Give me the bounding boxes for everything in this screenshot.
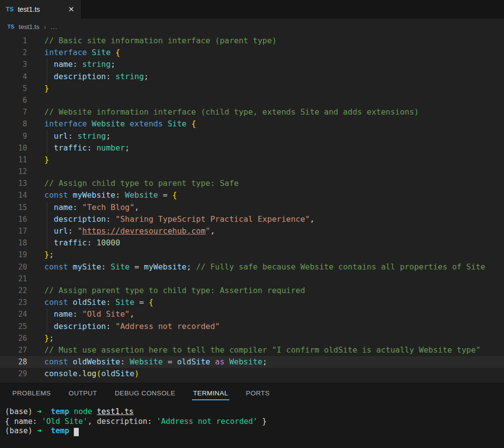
line-number[interactable]: 28 <box>0 356 27 368</box>
line-number[interactable]: 19 <box>0 249 27 261</box>
code-editor[interactable]: 1// Basic site information interface (pa… <box>0 34 504 383</box>
code-line-content[interactable]: traffic: number; <box>27 142 504 154</box>
code-line-20[interactable]: 20const mySite: Site = myWebsite; // Ful… <box>0 261 504 273</box>
code-line-content[interactable]: name: "Old Site", <box>27 308 504 320</box>
line-number[interactable]: 4 <box>0 71 27 83</box>
code-line-content[interactable]: const oldWebsite: Website = oldSite as W… <box>27 356 504 368</box>
code-line-16[interactable]: 16 description: "Sharing TypeScript Prac… <box>0 213 504 225</box>
code-line-content[interactable]: name: "Tech Blog", <box>27 202 504 213</box>
code-line-17[interactable]: 17 url: "https://devresourcehub.com", <box>0 225 504 237</box>
line-number[interactable]: 18 <box>0 237 27 249</box>
code-line-content[interactable]: const oldSite: Site = { <box>27 297 504 308</box>
code-line-content[interactable] <box>27 166 504 178</box>
code-line-21[interactable]: 21 <box>0 273 504 285</box>
code-line-content[interactable] <box>27 273 504 285</box>
code-line-23[interactable]: 23const oldSite: Site = { <box>0 297 504 308</box>
code-line-content[interactable]: const myWebsite: Website = { <box>27 189 504 201</box>
code-line-12[interactable]: 12 <box>0 166 504 178</box>
line-number[interactable]: 10 <box>0 142 27 154</box>
code-line-content[interactable]: // Assign parent type to child type: Ass… <box>27 285 504 297</box>
code-line-8[interactable]: 8interface Website extends Site { <box>0 118 504 130</box>
line-number[interactable]: 14 <box>0 189 27 201</box>
line-number[interactable]: 26 <box>0 332 27 344</box>
line-number[interactable]: 3 <box>0 59 27 70</box>
code-line-7[interactable]: 7// Website information interface (child… <box>0 106 504 118</box>
code-line-2[interactable]: 2interface Site { <box>0 47 504 59</box>
code-line-content[interactable]: url: "https://devresourcehub.com", <box>27 225 504 237</box>
code-line-content[interactable] <box>27 94 504 106</box>
line-number[interactable]: 15 <box>0 202 27 213</box>
code-line-content[interactable]: description: "Sharing TypeScript Practic… <box>27 213 504 225</box>
code-line-content[interactable]: description: "Address not recorded" <box>27 321 504 332</box>
line-number[interactable]: 27 <box>0 344 27 356</box>
code-line-content[interactable]: interface Site { <box>27 47 504 59</box>
line-number[interactable]: 2 <box>0 47 27 59</box>
terminal-line-3[interactable]: (base) ➜ temp <box>5 426 504 436</box>
code-line-24[interactable]: 24 name: "Old Site", <box>0 308 504 320</box>
code-line-content[interactable]: console.log(oldSite) <box>27 368 504 380</box>
panel-tab-debug-console[interactable]: DEBUG CONSOLE <box>115 384 175 402</box>
panel-tab-ports[interactable]: PORTS <box>246 384 270 402</box>
code-line-content[interactable]: traffic: 10000 <box>27 237 504 249</box>
code-line-10[interactable]: 10 traffic: number; <box>0 142 504 154</box>
code-line-25[interactable]: 25 description: "Address not recorded" <box>0 321 504 332</box>
code-line-content[interactable]: interface Website extends Site { <box>27 118 504 130</box>
panel-tab-output[interactable]: OUTPUT <box>68 384 97 402</box>
panel-tab-problems[interactable]: PROBLEMS <box>12 384 51 402</box>
line-number[interactable]: 23 <box>0 297 27 308</box>
line-number[interactable]: 9 <box>0 130 27 142</box>
code-line-6[interactable]: 6 <box>0 94 504 106</box>
line-number[interactable]: 22 <box>0 285 27 297</box>
line-number[interactable]: 11 <box>0 154 27 166</box>
line-number[interactable]: 20 <box>0 261 27 273</box>
code-line-content[interactable]: description: string; <box>27 71 504 83</box>
breadcrumb-symbol-ellipsis[interactable]: ... <box>51 23 58 30</box>
code-line-5[interactable]: 5} <box>0 83 504 94</box>
code-line-13[interactable]: 13// Assign child type to parent type: S… <box>0 178 504 189</box>
line-number[interactable]: 21 <box>0 273 27 285</box>
code-line-content[interactable]: }; <box>27 332 504 344</box>
line-number[interactable]: 25 <box>0 321 27 332</box>
line-number[interactable]: 16 <box>0 213 27 225</box>
code-line-content[interactable]: // Must use assertion here to tell the c… <box>27 344 504 356</box>
code-line-content[interactable]: // Assign child type to parent type: Saf… <box>27 178 504 189</box>
code-line-content[interactable]: url: string; <box>27 130 504 142</box>
panel-tab-terminal[interactable]: TERMINAL <box>193 384 228 402</box>
line-number[interactable]: 5 <box>0 83 27 94</box>
terminal-line-2[interactable]: { name: 'Old Site', description: 'Addres… <box>5 417 504 427</box>
line-number[interactable]: 8 <box>0 118 27 130</box>
code-line-content[interactable]: } <box>27 154 504 166</box>
terminal-line-1[interactable]: (base) ➜ temp node test1.ts <box>5 407 504 417</box>
code-line-29[interactable]: 29console.log(oldSite) <box>0 368 504 380</box>
line-number[interactable]: 1 <box>0 35 27 47</box>
code-line-content[interactable]: const mySite: Site = myWebsite; // Fully… <box>27 261 504 273</box>
code-line-1[interactable]: 1// Basic site information interface (pa… <box>0 35 504 47</box>
line-number[interactable]: 24 <box>0 308 27 320</box>
code-line-28[interactable]: 28const oldWebsite: Website = oldSite as… <box>0 356 504 368</box>
code-line-15[interactable]: 15 name: "Tech Blog", <box>0 202 504 213</box>
line-number[interactable]: 7 <box>0 106 27 118</box>
line-number[interactable]: 29 <box>0 368 27 380</box>
code-line-22[interactable]: 22// Assign parent type to child type: A… <box>0 285 504 297</box>
code-line-content[interactable]: name: string; <box>27 59 504 70</box>
line-number[interactable]: 13 <box>0 178 27 189</box>
code-line-content[interactable]: }; <box>27 249 504 261</box>
line-number[interactable]: 6 <box>0 94 27 106</box>
code-line-3[interactable]: 3 name: string; <box>0 59 504 70</box>
code-line-26[interactable]: 26}; <box>0 332 504 344</box>
line-number[interactable]: 17 <box>0 225 27 237</box>
code-line-14[interactable]: 14const myWebsite: Website = { <box>0 189 504 201</box>
code-line-19[interactable]: 19}; <box>0 249 504 261</box>
terminal[interactable]: (base) ➜ temp node test1.ts{ name: 'Old … <box>0 402 504 436</box>
code-line-content[interactable]: // Basic site information interface (par… <box>27 35 504 47</box>
code-line-4[interactable]: 4 description: string; <box>0 71 504 83</box>
tab-test1-ts[interactable]: TS test1.ts ✕ <box>0 0 82 19</box>
close-icon[interactable]: ✕ <box>67 5 75 14</box>
breadcrumb-file[interactable]: test1.ts <box>19 23 39 30</box>
code-line-27[interactable]: 27// Must use assertion here to tell the… <box>0 344 504 356</box>
code-line-11[interactable]: 11} <box>0 154 504 166</box>
code-line-content[interactable]: // Website information interface (child … <box>27 106 504 118</box>
code-line-18[interactable]: 18 traffic: 10000 <box>0 237 504 249</box>
line-number[interactable]: 12 <box>0 166 27 178</box>
code-line-9[interactable]: 9 url: string; <box>0 130 504 142</box>
